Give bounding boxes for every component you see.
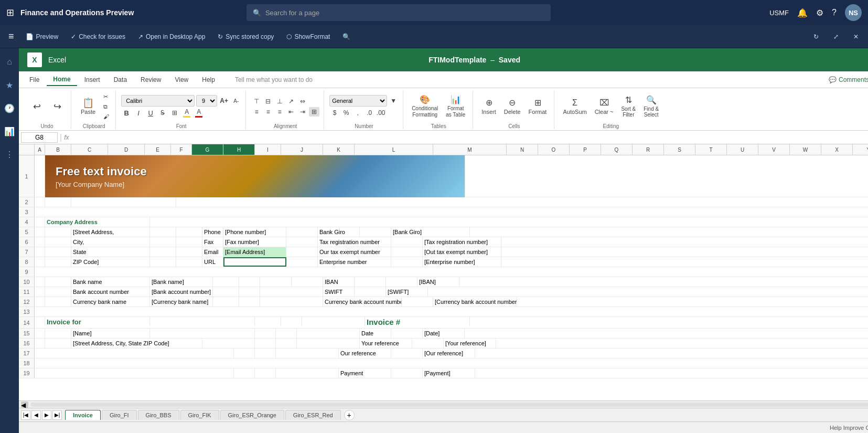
cell-15-date-label[interactable]: Date [360,329,391,338]
scroll-left-btn[interactable]: ◀ [21,402,28,408]
tab-home[interactable]: Home [47,73,77,86]
row-number-10[interactable]: 10 [19,277,35,287]
cell-2-A[interactable] [35,197,45,207]
row-number-7[interactable]: 7 [19,247,35,257]
cell-10-A[interactable] [35,277,45,287]
row-number-17[interactable]: 17 [19,348,35,358]
col-header-E[interactable]: E [145,144,171,155]
col-header-M[interactable]: M [433,144,507,155]
col-header-F[interactable]: F [171,144,192,155]
cell-19-E[interactable] [234,368,255,378]
row-number-9[interactable]: 9 [19,267,35,277]
cell-5-B[interactable] [45,227,71,237]
cut-button[interactable]: ✂ [101,92,111,101]
help-icon[interactable]: ? [832,8,837,17]
cell-8-K[interactable] [391,257,423,267]
number-format-dropdown[interactable]: ▼ [388,96,399,105]
cell-14-F[interactable] [281,317,302,326]
cell-14-invoice-hash[interactable]: Invoice # [365,317,470,326]
cell-8-url-label[interactable]: URL [202,257,223,267]
font-size-select[interactable]: 9 [196,95,217,107]
col-header-D[interactable]: D [108,144,145,155]
cell-16-D[interactable] [202,339,255,348]
cell-8-url-val[interactable] [223,257,286,267]
row-number-12[interactable]: 12 [19,297,35,307]
sidebar-home-icon[interactable]: ⌂ [0,52,19,71]
cell-17-F[interactable] [255,348,276,358]
col-header-H[interactable]: H [223,144,255,155]
format-painter-button[interactable]: 🖌 [101,112,111,121]
cell-16-E[interactable] [255,339,276,348]
invoice-header-cell[interactable]: Free text invoice [Your Company Name] [45,155,465,197]
cell-14-invoice-for[interactable]: Invoice for [45,317,150,326]
cell-19-G[interactable] [276,368,339,378]
scroll-track[interactable] [30,403,868,407]
decrease-indent-button[interactable]: ⇤ [286,107,296,117]
tab-prev-button[interactable]: ◀ [31,410,41,420]
fo-search-button[interactable]: 🔍 [337,31,356,43]
col-header-Q[interactable]: Q [601,144,633,155]
number-format-select[interactable]: General [329,95,387,107]
cell-1-right[interactable] [465,155,868,197]
cell-11-swift-label[interactable]: SWIFT [323,287,355,297]
cell-14-G[interactable] [302,317,365,326]
cell-6-D[interactable] [150,237,176,247]
cell-17-J[interactable] [391,348,423,358]
col-header-X[interactable]: X [821,144,853,155]
col-header-C[interactable]: C [71,144,108,155]
cell-10-bank-name-val[interactable]: [Bank name] [150,277,213,287]
cell-6-I[interactable] [286,237,318,247]
col-header-I[interactable]: I [255,144,281,155]
cell-19-F[interactable] [255,368,276,378]
cell-19-J[interactable] [391,368,423,378]
tab-next-button[interactable]: ▶ [42,410,51,420]
open-desktop-button[interactable]: ↗ Open in Desktop App [133,31,210,43]
col-header-U[interactable]: U [727,144,758,155]
cell-12-rest[interactable] [517,297,868,307]
cell-12-J[interactable] [402,297,433,307]
cell-10-F[interactable] [239,277,260,287]
row-number-18[interactable]: 18 [19,358,35,368]
cell-7-tax-exempt-label[interactable]: Our tax exempt number [318,247,391,257]
row-number-11[interactable]: 11 [19,287,35,297]
paste-button[interactable]: 📋 Paste [77,96,100,117]
formula-input[interactable] [71,132,869,143]
cell-6-B[interactable] [45,237,71,247]
add-sheet-button[interactable]: + [344,410,355,420]
fill-color-button[interactable]: A [181,108,192,118]
cell-5-D[interactable] [150,227,176,237]
cell-9[interactable] [35,267,868,277]
cell-11-A[interactable] [35,287,45,297]
col-header-W[interactable]: W [790,144,821,155]
cell-16-J[interactable] [412,339,444,348]
cell-12-B[interactable] [45,297,71,307]
cell-10-iban-label[interactable]: IBAN [323,277,355,287]
col-header-V[interactable]: V [758,144,790,155]
cell-17-our-ref-val[interactable]: [Our reference] [423,348,475,358]
cell-12-E[interactable] [213,297,239,307]
name-box[interactable] [21,132,58,143]
cell-11-bank-acc-val[interactable]: [Bank account number] [150,287,213,297]
expand-button[interactable]: ⤢ [828,31,844,43]
tab-first-button[interactable]: |◀ [21,410,30,420]
cell-10-K[interactable] [386,277,417,287]
align-top-button[interactable]: ⊤ [251,97,262,106]
cell-5-bank-giro-val[interactable]: [Bank Giro] [391,227,470,237]
cell-7-B[interactable] [45,247,71,257]
italic-button[interactable]: I [133,108,144,118]
sidebar-toggle-button[interactable]: ≡ [4,25,18,48]
currency-button[interactable]: $ [329,108,340,118]
cell-16-rest[interactable] [496,339,868,348]
cell-8-B[interactable] [45,257,71,267]
cell-1-A[interactable] [35,155,45,197]
col-header-T[interactable]: T [695,144,727,155]
cell-7-email-label[interactable]: Email [202,247,223,257]
cell-10-J[interactable] [355,277,386,287]
redo-button[interactable]: ↪ [48,100,67,113]
cell-4-company-address[interactable]: Company Address [45,217,150,227]
search-bar[interactable]: 🔍 Search for a page [247,4,551,21]
border-button[interactable]: ⊞ [169,108,180,118]
row-number-14[interactable]: 14 [19,317,35,328]
cell-5-bank-giro-label[interactable]: Bank Giro [318,227,360,237]
cell-5-K[interactable] [360,227,391,237]
